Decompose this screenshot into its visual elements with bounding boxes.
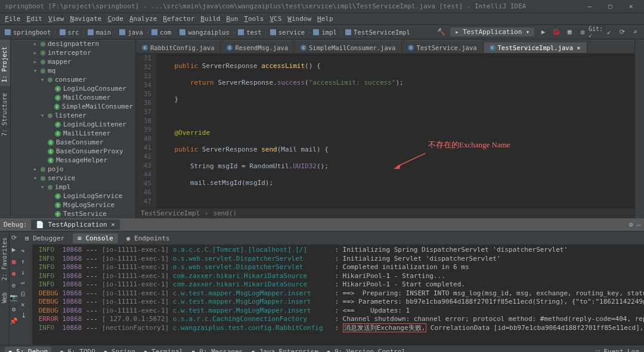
tree-item-baseconsumer[interactable]: cBaseConsumer — [11, 138, 135, 147]
toolwindow-spring[interactable]: ▪ Spring — [104, 348, 135, 352]
down-icon[interactable]: ↓ — [21, 268, 29, 277]
menu-window[interactable]: Window — [287, 15, 311, 23]
settings2-icon[interactable]: ⚙ — [10, 305, 18, 314]
tree-item-mailconsumer[interactable]: cMailConsumer — [11, 93, 135, 102]
tree-item-testservice[interactable]: cTestService — [11, 209, 135, 218]
menu-vcs[interactable]: VCS — [270, 15, 281, 23]
stop-icon[interactable]: ■ — [10, 258, 18, 266]
menu-analyze[interactable]: Analyze — [129, 15, 157, 23]
structure-tab[interactable]: 7: Structure — [0, 86, 10, 140]
folder-icon — [119, 29, 125, 35]
clear-icon[interactable]: ✕ — [21, 301, 29, 309]
print-icon[interactable]: ⎙ — [21, 290, 29, 298]
breadcrumb-item[interactable]: springboot — [13, 29, 51, 36]
run-config-selector[interactable]: ▸ TestApplication ▾ — [450, 27, 534, 36]
breakpoints-icon[interactable]: ● — [10, 270, 18, 278]
breadcrumb-item[interactable]: src — [68, 29, 79, 36]
editor-tab[interactable]: cTestService.java — [402, 42, 483, 53]
up-icon[interactable]: ↑ — [21, 258, 29, 266]
tree-item-msglogservice[interactable]: cMsgLogService — [11, 200, 135, 209]
tree-item-listener[interactable]: ▾listener — [11, 111, 135, 120]
debug-icon[interactable]: 🐞 — [552, 28, 561, 36]
breadcrumb-item[interactable]: impl — [321, 29, 336, 36]
wrap-icon[interactable]: ↩ — [21, 279, 29, 288]
editor-tab[interactable]: cRabbitConfig.java — [136, 42, 221, 53]
tree-item-baseconsumerproxy[interactable]: cBaseConsumerProxy — [11, 147, 135, 156]
menu-build[interactable]: Build — [200, 15, 220, 23]
step-over-icon[interactable]: ↷ — [21, 247, 29, 255]
tree-item-interceptor[interactable]: ▸interceptor — [11, 48, 135, 57]
tree-item-mapper[interactable]: ▸mapper — [11, 57, 135, 66]
toolwindow-versioncontrol[interactable]: ▪ 9: Version Control — [327, 348, 405, 352]
project-tab[interactable]: 1: Project — [0, 39, 10, 86]
tree-item-designpattern[interactable]: ▸designpattern — [11, 39, 135, 48]
git-history-icon[interactable]: ⟳ — [618, 28, 626, 36]
tree-item-mq[interactable]: ▾mq — [11, 66, 135, 75]
favorites-tab[interactable]: 2: Favorites — [0, 231, 9, 286]
toolwindow-todo[interactable]: ▪ 6: TODO — [60, 348, 95, 352]
menu-file[interactable]: File — [5, 15, 21, 23]
console-tab-debugger[interactable]: ⊞ Debugger — [20, 233, 69, 243]
rerun-icon[interactable]: ⟳ — [10, 234, 18, 242]
maximize-icon[interactable]: ▢ — [602, 2, 618, 10]
toolwindow-debug[interactable]: ▪ 5: Debug — [5, 347, 51, 352]
build-icon[interactable]: 🔨 — [437, 28, 445, 36]
tree-item-loginloglistener[interactable]: cLoginLogListener — [11, 120, 135, 129]
tree-item-simplemailconsumer[interactable]: cSimpleMailConsumer — [11, 102, 135, 111]
tree-item-loginlogconsumer[interactable]: cLoginLogConsumer — [11, 84, 135, 93]
editor-tab[interactable]: cSimpleMailConsumer.java — [295, 42, 402, 53]
menu-tools[interactable]: Tools — [244, 15, 264, 23]
breadcrumb-item[interactable]: com — [160, 29, 171, 36]
log-output[interactable]: INFO 10868 --- [io-11111-exec-1] o.a.c.c… — [32, 245, 644, 345]
minimize-icon[interactable]: — — [581, 2, 598, 10]
breadcrumb-item[interactable]: test — [246, 29, 261, 36]
menu-run[interactable]: Run — [226, 15, 238, 23]
toolwindow-messages[interactable]: ▪ 0: Messages — [191, 348, 243, 352]
project-tree[interactable]: ▸designpattern▸interceptor▸mapper▾mq▾con… — [11, 39, 136, 218]
console-tab-endpoints[interactable]: ◉ Endpoints — [122, 233, 175, 243]
console-tab-console[interactable]: ≡ Console — [73, 233, 118, 243]
close-icon[interactable]: ✕ — [623, 2, 639, 10]
dump-icon[interactable]: 📷 — [10, 294, 18, 302]
toolwindow-javaenterprise[interactable]: ▪ Java Enterprise — [251, 348, 318, 352]
tree-item-pojo[interactable]: ▸pojo — [11, 165, 135, 174]
web-tab[interactable]: Web — [0, 286, 9, 309]
tree-item-loginlogservice[interactable]: cLoginLogService — [11, 192, 135, 200]
tree-item-messagehelper[interactable]: cMessageHelper — [11, 156, 135, 165]
menu-view[interactable]: View — [48, 15, 64, 23]
editor-tab[interactable]: cTestServiceImpl.java × — [484, 42, 587, 53]
menu-edit[interactable]: Edit — [27, 15, 43, 23]
event-log[interactable]: ⬚ Event Log — [596, 348, 639, 352]
menu-navigate[interactable]: Navigate — [70, 15, 102, 23]
stop-icon[interactable]: ■ — [578, 28, 587, 36]
code-content[interactable]: public ServerResponse accessLimit() { re… — [156, 54, 634, 208]
tree-item-service[interactable]: ▾service — [11, 174, 135, 183]
search-icon[interactable]: ⌕ — [631, 28, 639, 36]
breadcrumb-item[interactable]: service — [278, 29, 305, 36]
pin-icon[interactable]: 📌 — [10, 317, 18, 326]
resume-icon[interactable]: ▶ — [10, 246, 18, 254]
menu-code[interactable]: Code — [107, 15, 123, 23]
tree-item-maillistener[interactable]: cMailListener — [11, 129, 135, 138]
breadcrumb-item[interactable]: wangzaiplus — [188, 29, 230, 36]
tree-item-consumer[interactable]: ▾consumer — [11, 75, 135, 84]
tree-item-impl[interactable]: ▾impl — [11, 183, 135, 192]
toolwindow-terminal[interactable]: ▪ Terminal — [144, 348, 183, 352]
mute-icon[interactable]: ⊘ — [10, 282, 18, 290]
editor-breadcrumb[interactable]: TestServiceImpl › send() — [136, 208, 634, 218]
breadcrumb-item[interactable]: java — [128, 29, 143, 36]
scroll-icon[interactable]: ⤓ — [21, 311, 29, 320]
menu-help[interactable]: Help — [317, 15, 333, 23]
breadcrumb-item[interactable]: main — [96, 29, 111, 36]
git-label[interactable]: Git: ✓ — [592, 28, 600, 36]
hide-icon[interactable]: — — [636, 221, 640, 229]
git-update-icon[interactable]: ↙ — [605, 28, 613, 36]
coverage-icon[interactable]: ▦ — [565, 28, 574, 36]
menu-refactor[interactable]: Refactor — [163, 15, 194, 23]
editor-tab[interactable]: cResendMsg.java — [221, 42, 295, 53]
settings-icon[interactable]: ⚙ — [629, 221, 633, 229]
run-icon[interactable]: ▶ — [539, 28, 547, 36]
debug-session-tab[interactable]: 📄 TestApplication × — [31, 220, 120, 230]
breadcrumb-item[interactable]: TestServiceImpl — [354, 29, 410, 36]
annotation-arrow-icon — [392, 152, 428, 170]
